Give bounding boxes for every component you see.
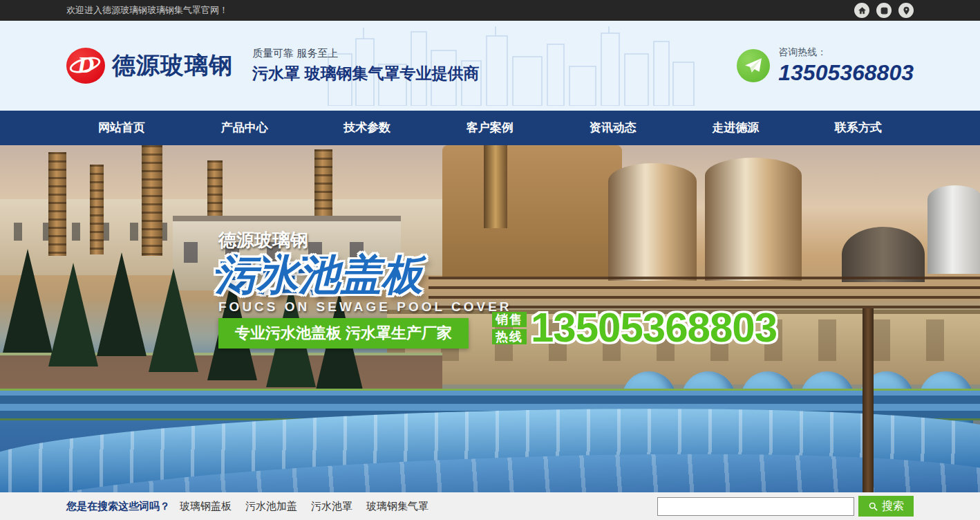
nav-item-contact[interactable]: 联系方式 (828, 111, 889, 145)
hero-art-tank (705, 158, 802, 281)
hero-art-tree (149, 268, 198, 372)
site-header: D 德源玻璃钢 质量可靠 服务至上 污水罩 玻璃钢集气罩专业提供商 咨询热线： … (0, 21, 980, 111)
nav-item-about[interactable]: 走进德源 (705, 111, 766, 145)
hero-art-tree (48, 263, 98, 366)
hero-headline-main: 污水池盖板 (216, 248, 423, 304)
site-logo[interactable]: D 德源玻璃钢 (66, 48, 233, 84)
hero-sales-hotline: 销售 热线 13505368803 (492, 307, 777, 349)
home-icon[interactable] (854, 3, 869, 18)
slogan-big: 污水罩 玻璃钢集气罩专业提供商 (252, 63, 479, 84)
hotline-number: 13505368803 (778, 60, 914, 86)
search-button[interactable]: 搜索 (858, 496, 914, 517)
instagram-icon[interactable] (876, 3, 892, 18)
main-nav: 网站首页 产品中心 技术参数 客户案例 资讯动态 走进德源 联系方式 (0, 111, 980, 145)
hero-art-tree (3, 249, 53, 353)
hero-subheadline: FOUCS ON SEWAGE POOL COVER (218, 299, 512, 315)
nav-item-specs[interactable]: 技术参数 (337, 111, 397, 145)
keyword-link-3[interactable]: 污水池罩 (311, 500, 352, 513)
nav-item-cases[interactable]: 客户案例 (460, 111, 520, 145)
sales-hotline-label: 销售 热线 (492, 312, 527, 344)
search-strip: 您是在搜索这些词吗？ 玻璃钢盖板 污水池加盖 污水池罩 玻璃钢集气罩 搜索 (0, 492, 980, 520)
search-box: 搜索 (657, 496, 914, 517)
header-slogan: 质量可靠 服务至上 污水罩 玻璃钢集气罩专业提供商 (252, 47, 479, 84)
hero-art-tower (48, 152, 66, 256)
paper-plane-icon (737, 49, 770, 82)
keyword-link-2[interactable]: 污水池加盖 (245, 500, 297, 513)
hero-art-tank (842, 227, 925, 282)
search-button-label: 搜索 (882, 499, 904, 514)
hero-art-tank (608, 163, 697, 281)
hot-keywords: 玻璃钢盖板 污水池加盖 污水池罩 玻璃钢集气罩 (180, 500, 428, 513)
hero-banner-button[interactable]: 专业污水池盖板 污水罩生产厂家 (218, 318, 469, 349)
hero-art-tower (90, 165, 104, 254)
hero-banner: 德源玻璃钢 专注于污水池盖板 FOUCS ON SEWAGE POOL COVE… (0, 145, 980, 492)
logo-text: 德源玻璃钢 (112, 50, 233, 82)
keyword-link-1[interactable]: 玻璃钢盖板 (180, 500, 232, 513)
welcome-text: 欢迎进入德源玻璃钢玻璃钢集气罩官网！ (66, 4, 228, 17)
nav-item-products[interactable]: 产品中心 (214, 111, 275, 145)
hero-art-tower (142, 145, 162, 256)
search-input[interactable] (657, 497, 854, 516)
header-hotline: 咨询热线： 13505368803 (737, 46, 914, 86)
logo-d-icon: D (66, 48, 105, 84)
hero-art-refinery (442, 145, 622, 277)
nav-item-home[interactable]: 网站首页 (91, 111, 152, 145)
hero-art-pole (863, 308, 874, 492)
sales-hotline-number: 13505368803 (531, 307, 777, 349)
location-icon[interactable] (898, 3, 914, 18)
hotline-label: 咨询热线： (778, 46, 914, 59)
magnifier-icon (868, 501, 878, 512)
nav-item-news[interactable]: 资讯动态 (583, 111, 643, 145)
hero-art-tree (97, 252, 147, 356)
hero-art-tank (927, 185, 980, 274)
social-links (854, 3, 914, 18)
slogan-small: 质量可靠 服务至上 (252, 47, 479, 60)
search-prompt: 您是在搜索这些词吗？ (66, 500, 170, 513)
keyword-link-4[interactable]: 玻璃钢集气罩 (366, 500, 428, 513)
top-bar: 欢迎进入德源玻璃钢玻璃钢集气罩官网！ (0, 0, 980, 21)
